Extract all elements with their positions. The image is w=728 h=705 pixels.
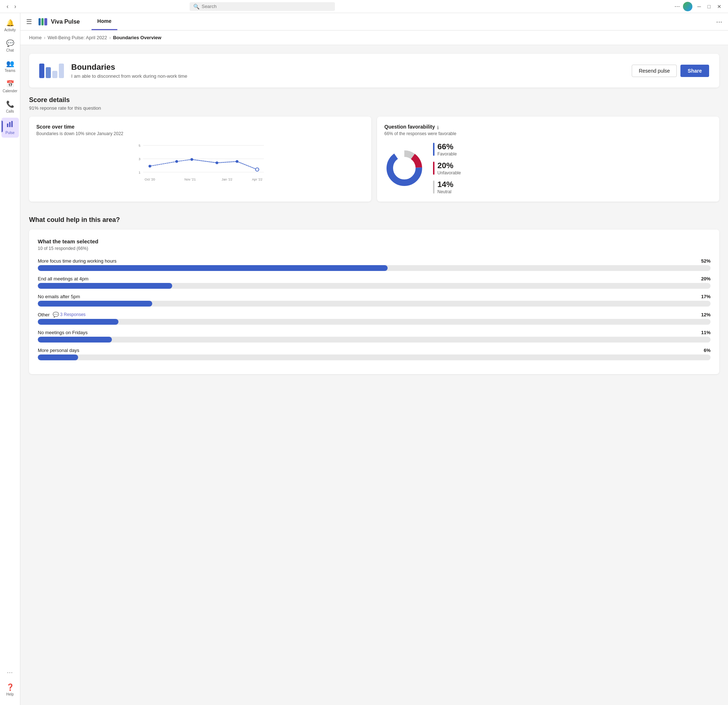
responses-badge[interactable]: 💬3 Responses — [53, 312, 86, 318]
breadcrumb-home[interactable]: Home — [29, 35, 42, 40]
donut-area: 66% Favorable 20% Unfavorable — [384, 142, 712, 194]
bar-item: Other💬3 Responses 12% — [38, 312, 711, 325]
svg-point-14 — [190, 158, 193, 160]
sidebar-item-pulse-label: Pulse — [6, 131, 14, 135]
bar-item-header: More focus time during working hours 52% — [38, 258, 711, 264]
window-controls: ─ □ ✕ — [695, 3, 724, 10]
favorability-title: Question favorability — [384, 124, 435, 130]
bar-item: No meetings on Fridays 11% — [38, 330, 711, 342]
main-content: ☰ Viva Pulse Home ··· Home › Well-Being … — [20, 13, 728, 705]
line-chart: 5 3 1 — [36, 142, 364, 186]
legend-unfavorable: 20% Unfavorable — [433, 161, 461, 175]
pulse-icon — [7, 121, 14, 130]
svg-point-16 — [236, 160, 238, 163]
bar-item-pct: 6% — [703, 348, 711, 353]
help-card: What the team selected 10 of 15 responde… — [29, 230, 719, 374]
share-button[interactable]: Share — [680, 65, 709, 77]
app-name: Viva Pulse — [51, 19, 80, 25]
resend-pulse-button[interactable]: Resend pulse — [632, 65, 677, 77]
chat-icon-small: 💬 — [53, 312, 59, 318]
info-icon: ℹ — [437, 125, 439, 130]
legend-favorable: 66% Favorable — [433, 142, 461, 156]
sidebar-item-calendar[interactable]: 📅 Calender — [1, 77, 19, 96]
bar-item-label: More focus time during working hours — [38, 258, 117, 264]
breadcrumb-pulse[interactable]: Well-Being Pulse: April 2022 — [48, 35, 107, 40]
sidebar-item-activity-label: Activity — [4, 28, 16, 32]
sidebar-item-pulse[interactable]: Pulse — [1, 118, 19, 138]
bar-item-label: No emails after 5pm — [38, 294, 80, 299]
app-layout: 🔔 Activity 💬 Chat 👥 Teams 📅 Calender 📞 C… — [0, 13, 728, 705]
title-bar-right: ··· ─ □ ✕ — [675, 2, 724, 11]
neutral-bar — [433, 181, 435, 194]
svg-text:1: 1 — [139, 171, 141, 174]
sidebar-item-activity[interactable]: 🔔 Activity — [1, 16, 19, 35]
sidebar-item-help[interactable]: ❓ Help — [1, 680, 19, 699]
nav-more-button[interactable]: ··· — [716, 17, 722, 26]
search-input[interactable] — [202, 4, 331, 9]
charts-row: Score over time Boundaries is down 10% s… — [29, 117, 719, 202]
more-options-button[interactable]: ··· — [675, 3, 680, 10]
bar-track — [38, 283, 711, 289]
neutral-label: Neutral — [438, 189, 454, 194]
bar-item: No emails after 5pm 17% — [38, 294, 711, 306]
help-card-subtitle: 10 of 15 responded (66%) — [38, 246, 711, 251]
hamburger-button[interactable]: ☰ — [26, 18, 32, 26]
breadcrumb: Home › Well-Being Pulse: April 2022 › Bo… — [20, 30, 728, 45]
neutral-pct: 14% — [438, 180, 454, 189]
bar-items-container: More focus time during working hours 52%… — [38, 258, 711, 360]
close-button[interactable]: ✕ — [715, 3, 724, 10]
svg-rect-0 — [7, 123, 8, 127]
minimize-button[interactable]: ─ — [695, 3, 703, 10]
bar-item-pct: 20% — [701, 276, 711, 282]
sidebar-item-more[interactable]: ··· — [1, 666, 19, 679]
viva-logo: Viva Pulse — [38, 17, 80, 27]
unfavorable-bar — [433, 162, 435, 175]
tab-home[interactable]: Home — [91, 13, 117, 30]
sidebar: 🔔 Activity 💬 Chat 👥 Teams 📅 Calender 📞 C… — [0, 13, 20, 705]
header-title: Boundaries — [71, 62, 632, 72]
content-area: Home › Well-Being Pulse: April 2022 › Bo… — [20, 30, 728, 705]
sidebar-item-chat[interactable]: 💬 Chat — [1, 36, 19, 55]
bar-item-pct: 17% — [701, 294, 711, 299]
header-subtitle: I am able to disconnect from work during… — [71, 74, 632, 79]
bar-item-header: No emails after 5pm 17% — [38, 294, 711, 299]
help-icon: ❓ — [6, 683, 14, 691]
bar-item-header: More personal days 6% — [38, 348, 711, 353]
avatar[interactable] — [683, 2, 692, 11]
svg-point-25 — [393, 157, 415, 179]
sidebar-item-teams-label: Teams — [5, 69, 15, 73]
donut-chart — [384, 148, 424, 188]
score-over-time-subtitle: Boundaries is down 10% since January 202… — [36, 131, 364, 136]
unfavorable-pct: 20% — [438, 161, 461, 170]
sidebar-bottom: ··· ❓ Help — [1, 666, 19, 702]
favorability-subtitle: 66% of the responses were favorable — [384, 131, 712, 136]
sidebar-item-teams[interactable]: 👥 Teams — [1, 57, 19, 75]
svg-point-12 — [149, 165, 151, 168]
maximize-button[interactable]: □ — [705, 3, 713, 10]
forward-button[interactable]: › — [12, 3, 18, 10]
bar-fill — [38, 319, 118, 325]
score-details-section: Score details 91% reponse rate for this … — [29, 96, 719, 111]
search-bar[interactable]: 🔍 — [190, 2, 335, 11]
bar-item-pct: 11% — [701, 330, 711, 335]
bar-item-label: End all meetings at 4pm — [38, 276, 88, 282]
svg-point-13 — [175, 160, 178, 163]
bar-fill — [38, 354, 78, 360]
bar-fill — [38, 301, 152, 306]
line-chart-container: 5 3 1 — [36, 142, 364, 187]
bar-item-header: No meetings on Fridays 11% — [38, 330, 711, 335]
header-icon — [39, 64, 64, 78]
score-over-time-card: Score over time Boundaries is down 10% s… — [29, 117, 371, 202]
help-title: What could help in this area? — [29, 216, 719, 224]
nav-tabs: Home — [91, 13, 117, 30]
top-nav: ☰ Viva Pulse Home ··· — [20, 13, 728, 30]
back-button[interactable]: ‹ — [4, 3, 10, 10]
sidebar-item-calendar-label: Calender — [3, 89, 17, 93]
svg-text:Apr '22: Apr '22 — [252, 178, 262, 181]
bar-item-label: No meetings on Fridays — [38, 330, 88, 335]
sidebar-item-calls[interactable]: 📞 Calls — [1, 97, 19, 116]
sidebar-item-help-label: Help — [6, 692, 14, 696]
breadcrumb-current: Boundaries Overview — [113, 35, 161, 40]
svg-text:Nov '21: Nov '21 — [185, 178, 196, 181]
bar-track — [38, 301, 711, 306]
